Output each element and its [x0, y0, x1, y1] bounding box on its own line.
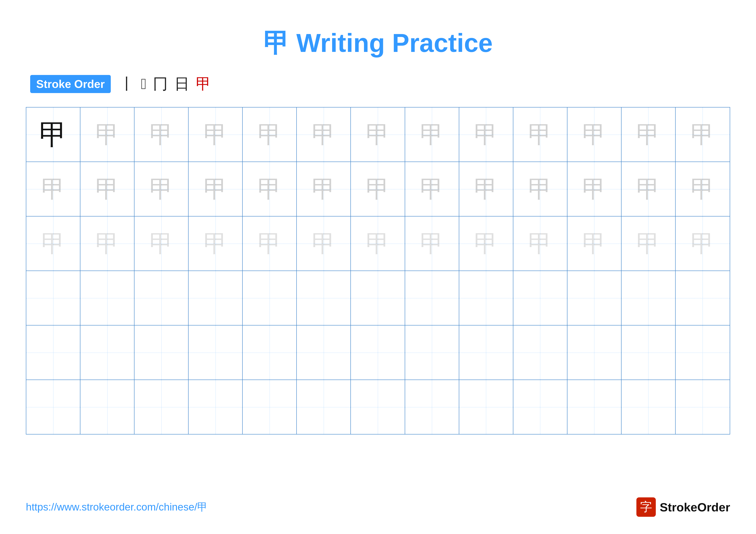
grid-cell-r2-c12[interactable]: 甲: [622, 162, 676, 216]
grid-cell-r3-c12[interactable]: 甲: [622, 216, 676, 270]
grid-cell-r2-c10[interactable]: 甲: [513, 162, 567, 216]
grid-cell-r1-c1[interactable]: 甲: [26, 108, 80, 162]
grid-cell-r2-c2[interactable]: 甲: [80, 162, 134, 216]
grid-cell-r4-c4[interactable]: [189, 271, 243, 325]
grid-cell-r4-c7[interactable]: [351, 271, 405, 325]
grid-cell-r6-c10[interactable]: [513, 380, 567, 434]
grid-cell-r4-c9[interactable]: [459, 271, 513, 325]
grid-cell-r3-c7[interactable]: 甲: [351, 216, 405, 270]
grid-cell-r5-c13[interactable]: [676, 325, 730, 380]
grid-cell-r5-c10[interactable]: [513, 325, 567, 380]
grid-cell-r2-c8[interactable]: 甲: [405, 162, 459, 216]
grid-cell-r3-c9[interactable]: 甲: [459, 216, 513, 270]
grid-cell-r2-c3[interactable]: 甲: [134, 162, 189, 216]
grid-cell-r6-c12[interactable]: [622, 380, 676, 434]
footer: https://www.strokeorder.com/chinese/甲 字 …: [26, 497, 730, 517]
stroke-order-row: Stroke Order 丨 𠃍 冂 日 甲: [30, 74, 730, 94]
grid-cell-r2-c7[interactable]: 甲: [351, 162, 405, 216]
grid-cell-r6-c13[interactable]: [676, 380, 730, 434]
grid-cell-r1-c11[interactable]: 甲: [567, 108, 622, 162]
grid-cell-r4-c13[interactable]: [676, 271, 730, 325]
grid-cell-r4-c12[interactable]: [622, 271, 676, 325]
grid-cell-r6-c9[interactable]: [459, 380, 513, 434]
grid-cell-r6-c6[interactable]: [297, 380, 351, 434]
grid-cell-r5-c6[interactable]: [297, 325, 351, 380]
grid-cell-r5-c7[interactable]: [351, 325, 405, 380]
stroke-step-2: 𠃍: [141, 75, 147, 93]
grid-cell-r3-c3[interactable]: 甲: [134, 216, 189, 270]
grid-cell-r1-c2[interactable]: 甲: [80, 108, 134, 162]
grid-row-5: [26, 325, 730, 380]
page-title: 甲 Writing Practice: [263, 28, 493, 57]
grid-cell-r4-c1[interactable]: [26, 271, 80, 325]
logo-text: StrokeOrder: [660, 500, 730, 514]
stroke-step-3: 冂: [153, 74, 168, 94]
grid-cell-r6-c3[interactable]: [134, 380, 189, 434]
grid-cell-r2-c1[interactable]: 甲: [26, 162, 80, 216]
grid-cell-r2-c13[interactable]: 甲: [676, 162, 730, 216]
grid-cell-r6-c7[interactable]: [351, 380, 405, 434]
grid-cell-r3-c1[interactable]: 甲: [26, 216, 80, 270]
page: 甲 Writing Practice Stroke Order 丨 𠃍 冂 日 …: [0, 0, 756, 534]
grid-cell-r5-c2[interactable]: [80, 325, 134, 380]
grid-cell-r1-c7[interactable]: 甲: [351, 108, 405, 162]
grid-cell-r5-c3[interactable]: [134, 325, 189, 380]
grid-cell-r4-c5[interactable]: [243, 271, 297, 325]
grid-cell-r5-c8[interactable]: [405, 325, 459, 380]
footer-logo: 字 StrokeOrder: [636, 497, 730, 517]
grid-row-3: 甲 甲 甲 甲 甲 甲 甲 甲 甲 甲 甲 甲 甲: [26, 216, 730, 271]
title-area: 甲 Writing Practice: [26, 26, 730, 61]
grid-cell-r6-c5[interactable]: [243, 380, 297, 434]
grid-cell-r4-c3[interactable]: [134, 271, 189, 325]
grid-cell-r2-c6[interactable]: 甲: [297, 162, 351, 216]
grid-cell-r5-c4[interactable]: [189, 325, 243, 380]
grid-cell-r5-c1[interactable]: [26, 325, 80, 380]
stroke-step-5: 甲: [196, 74, 211, 94]
grid-cell-r4-c10[interactable]: [513, 271, 567, 325]
stroke-steps: 丨 𠃍 冂 日 甲: [120, 74, 211, 94]
grid-cell-r2-c11[interactable]: 甲: [567, 162, 622, 216]
grid-cell-r6-c8[interactable]: [405, 380, 459, 434]
grid-cell-r1-c12[interactable]: 甲: [622, 108, 676, 162]
grid-cell-r5-c12[interactable]: [622, 325, 676, 380]
grid-cell-r3-c6[interactable]: 甲: [297, 216, 351, 270]
writing-grid: 甲 甲 甲 甲 甲 甲 甲 甲 甲 甲 甲 甲 甲 甲 甲 甲 甲 甲 甲 甲 …: [26, 107, 730, 435]
grid-row-2: 甲 甲 甲 甲 甲 甲 甲 甲 甲 甲 甲 甲 甲: [26, 162, 730, 216]
grid-cell-r5-c5[interactable]: [243, 325, 297, 380]
grid-cell-r3-c5[interactable]: 甲: [243, 216, 297, 270]
grid-cell-r4-c8[interactable]: [405, 271, 459, 325]
grid-cell-r3-c8[interactable]: 甲: [405, 216, 459, 270]
grid-cell-r5-c11[interactable]: [567, 325, 622, 380]
grid-cell-r1-c6[interactable]: 甲: [297, 108, 351, 162]
grid-cell-r2-c5[interactable]: 甲: [243, 162, 297, 216]
char-dark: 甲: [39, 121, 67, 149]
grid-cell-r1-c3[interactable]: 甲: [134, 108, 189, 162]
grid-cell-r3-c2[interactable]: 甲: [80, 216, 134, 270]
stroke-order-badge: Stroke Order: [30, 75, 111, 93]
grid-cell-r3-c10[interactable]: 甲: [513, 216, 567, 270]
grid-cell-r6-c2[interactable]: [80, 380, 134, 434]
grid-cell-r6-c1[interactable]: [26, 380, 80, 434]
grid-cell-r6-c11[interactable]: [567, 380, 622, 434]
grid-cell-r3-c4[interactable]: 甲: [189, 216, 243, 270]
grid-cell-r2-c4[interactable]: 甲: [189, 162, 243, 216]
grid-cell-r1-c8[interactable]: 甲: [405, 108, 459, 162]
grid-cell-r2-c9[interactable]: 甲: [459, 162, 513, 216]
grid-cell-r1-c4[interactable]: 甲: [189, 108, 243, 162]
stroke-step-4: 日: [174, 74, 189, 94]
grid-cell-r1-c10[interactable]: 甲: [513, 108, 567, 162]
grid-cell-r4-c2[interactable]: [80, 271, 134, 325]
grid-cell-r4-c11[interactable]: [567, 271, 622, 325]
grid-cell-r3-c13[interactable]: 甲: [676, 216, 730, 270]
grid-cell-r6-c4[interactable]: [189, 380, 243, 434]
grid-cell-r1-c5[interactable]: 甲: [243, 108, 297, 162]
grid-cell-r1-c13[interactable]: 甲: [676, 108, 730, 162]
grid-cell-r5-c9[interactable]: [459, 325, 513, 380]
grid-cell-r3-c11[interactable]: 甲: [567, 216, 622, 270]
grid-row-4: [26, 271, 730, 325]
grid-cell-r1-c9[interactable]: 甲: [459, 108, 513, 162]
grid-cell-r4-c6[interactable]: [297, 271, 351, 325]
grid-row-1: 甲 甲 甲 甲 甲 甲 甲 甲 甲 甲 甲 甲 甲: [26, 108, 730, 162]
footer-link[interactable]: https://www.strokeorder.com/chinese/甲: [26, 500, 207, 514]
grid-row-6: [26, 380, 730, 434]
